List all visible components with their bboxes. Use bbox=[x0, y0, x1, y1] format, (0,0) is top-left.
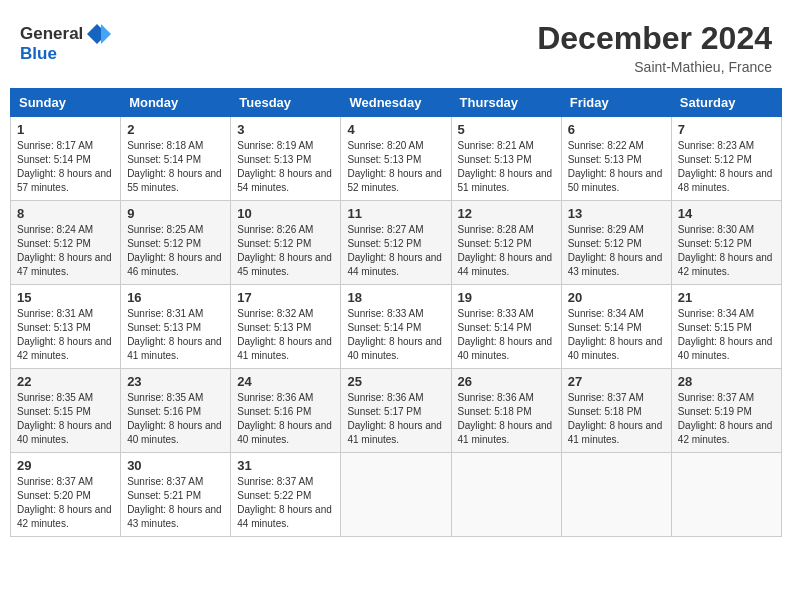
title-block: December 2024 Saint-Mathieu, France bbox=[537, 20, 772, 75]
day-info: Sunrise: 8:37 AM Sunset: 5:21 PM Dayligh… bbox=[127, 475, 224, 531]
day-number: 23 bbox=[127, 374, 224, 389]
day-info: Sunrise: 8:26 AM Sunset: 5:12 PM Dayligh… bbox=[237, 223, 334, 279]
day-number: 17 bbox=[237, 290, 334, 305]
day-number: 15 bbox=[17, 290, 114, 305]
calendar-cell: 6 Sunrise: 8:22 AM Sunset: 5:13 PM Dayli… bbox=[561, 117, 671, 201]
logo-text: General Blue bbox=[20, 20, 111, 64]
header-saturday: Saturday bbox=[671, 89, 781, 117]
calendar-cell: 12 Sunrise: 8:28 AM Sunset: 5:12 PM Dayl… bbox=[451, 201, 561, 285]
day-number: 24 bbox=[237, 374, 334, 389]
location: Saint-Mathieu, France bbox=[537, 59, 772, 75]
calendar-cell: 19 Sunrise: 8:33 AM Sunset: 5:14 PM Dayl… bbox=[451, 285, 561, 369]
day-info: Sunrise: 8:36 AM Sunset: 5:17 PM Dayligh… bbox=[347, 391, 444, 447]
day-number: 8 bbox=[17, 206, 114, 221]
calendar-week-5: 29 Sunrise: 8:37 AM Sunset: 5:20 PM Dayl… bbox=[11, 453, 782, 537]
calendar-cell bbox=[451, 453, 561, 537]
logo: General Blue bbox=[20, 20, 111, 64]
day-info: Sunrise: 8:27 AM Sunset: 5:12 PM Dayligh… bbox=[347, 223, 444, 279]
header-tuesday: Tuesday bbox=[231, 89, 341, 117]
day-info: Sunrise: 8:36 AM Sunset: 5:18 PM Dayligh… bbox=[458, 391, 555, 447]
calendar-cell: 7 Sunrise: 8:23 AM Sunset: 5:12 PM Dayli… bbox=[671, 117, 781, 201]
header-friday: Friday bbox=[561, 89, 671, 117]
calendar-cell: 17 Sunrise: 8:32 AM Sunset: 5:13 PM Dayl… bbox=[231, 285, 341, 369]
header-wednesday: Wednesday bbox=[341, 89, 451, 117]
day-info: Sunrise: 8:18 AM Sunset: 5:14 PM Dayligh… bbox=[127, 139, 224, 195]
calendar-cell: 4 Sunrise: 8:20 AM Sunset: 5:13 PM Dayli… bbox=[341, 117, 451, 201]
calendar-cell: 30 Sunrise: 8:37 AM Sunset: 5:21 PM Dayl… bbox=[121, 453, 231, 537]
day-number: 16 bbox=[127, 290, 224, 305]
calendar-cell: 20 Sunrise: 8:34 AM Sunset: 5:14 PM Dayl… bbox=[561, 285, 671, 369]
day-number: 27 bbox=[568, 374, 665, 389]
day-info: Sunrise: 8:30 AM Sunset: 5:12 PM Dayligh… bbox=[678, 223, 775, 279]
day-info: Sunrise: 8:28 AM Sunset: 5:12 PM Dayligh… bbox=[458, 223, 555, 279]
calendar-cell: 25 Sunrise: 8:36 AM Sunset: 5:17 PM Dayl… bbox=[341, 369, 451, 453]
day-info: Sunrise: 8:34 AM Sunset: 5:15 PM Dayligh… bbox=[678, 307, 775, 363]
calendar-cell: 2 Sunrise: 8:18 AM Sunset: 5:14 PM Dayli… bbox=[121, 117, 231, 201]
day-info: Sunrise: 8:37 AM Sunset: 5:18 PM Dayligh… bbox=[568, 391, 665, 447]
calendar-table: SundayMondayTuesdayWednesdayThursdayFrid… bbox=[10, 88, 782, 537]
day-info: Sunrise: 8:19 AM Sunset: 5:13 PM Dayligh… bbox=[237, 139, 334, 195]
calendar-cell: 22 Sunrise: 8:35 AM Sunset: 5:15 PM Dayl… bbox=[11, 369, 121, 453]
header-sunday: Sunday bbox=[11, 89, 121, 117]
calendar-cell: 1 Sunrise: 8:17 AM Sunset: 5:14 PM Dayli… bbox=[11, 117, 121, 201]
day-number: 19 bbox=[458, 290, 555, 305]
day-info: Sunrise: 8:35 AM Sunset: 5:15 PM Dayligh… bbox=[17, 391, 114, 447]
day-number: 28 bbox=[678, 374, 775, 389]
day-info: Sunrise: 8:32 AM Sunset: 5:13 PM Dayligh… bbox=[237, 307, 334, 363]
page-header: General Blue December 2024 Saint-Mathieu… bbox=[10, 10, 782, 80]
day-number: 26 bbox=[458, 374, 555, 389]
day-info: Sunrise: 8:37 AM Sunset: 5:20 PM Dayligh… bbox=[17, 475, 114, 531]
day-info: Sunrise: 8:21 AM Sunset: 5:13 PM Dayligh… bbox=[458, 139, 555, 195]
month-title: December 2024 bbox=[537, 20, 772, 57]
day-info: Sunrise: 8:37 AM Sunset: 5:22 PM Dayligh… bbox=[237, 475, 334, 531]
day-info: Sunrise: 8:29 AM Sunset: 5:12 PM Dayligh… bbox=[568, 223, 665, 279]
calendar-cell: 28 Sunrise: 8:37 AM Sunset: 5:19 PM Dayl… bbox=[671, 369, 781, 453]
calendar-cell: 10 Sunrise: 8:26 AM Sunset: 5:12 PM Dayl… bbox=[231, 201, 341, 285]
day-number: 7 bbox=[678, 122, 775, 137]
day-info: Sunrise: 8:24 AM Sunset: 5:12 PM Dayligh… bbox=[17, 223, 114, 279]
calendar-cell: 23 Sunrise: 8:35 AM Sunset: 5:16 PM Dayl… bbox=[121, 369, 231, 453]
day-number: 31 bbox=[237, 458, 334, 473]
calendar-cell: 18 Sunrise: 8:33 AM Sunset: 5:14 PM Dayl… bbox=[341, 285, 451, 369]
day-number: 18 bbox=[347, 290, 444, 305]
day-number: 20 bbox=[568, 290, 665, 305]
calendar-cell bbox=[341, 453, 451, 537]
day-number: 1 bbox=[17, 122, 114, 137]
day-number: 14 bbox=[678, 206, 775, 221]
day-number: 2 bbox=[127, 122, 224, 137]
day-number: 4 bbox=[347, 122, 444, 137]
day-number: 6 bbox=[568, 122, 665, 137]
day-info: Sunrise: 8:23 AM Sunset: 5:12 PM Dayligh… bbox=[678, 139, 775, 195]
calendar-cell: 29 Sunrise: 8:37 AM Sunset: 5:20 PM Dayl… bbox=[11, 453, 121, 537]
calendar-cell: 5 Sunrise: 8:21 AM Sunset: 5:13 PM Dayli… bbox=[451, 117, 561, 201]
day-info: Sunrise: 8:31 AM Sunset: 5:13 PM Dayligh… bbox=[127, 307, 224, 363]
logo-general: General bbox=[20, 24, 83, 44]
day-info: Sunrise: 8:33 AM Sunset: 5:14 PM Dayligh… bbox=[347, 307, 444, 363]
day-number: 12 bbox=[458, 206, 555, 221]
day-number: 11 bbox=[347, 206, 444, 221]
day-info: Sunrise: 8:36 AM Sunset: 5:16 PM Dayligh… bbox=[237, 391, 334, 447]
header-thursday: Thursday bbox=[451, 89, 561, 117]
calendar-cell: 21 Sunrise: 8:34 AM Sunset: 5:15 PM Dayl… bbox=[671, 285, 781, 369]
day-info: Sunrise: 8:22 AM Sunset: 5:13 PM Dayligh… bbox=[568, 139, 665, 195]
day-info: Sunrise: 8:33 AM Sunset: 5:14 PM Dayligh… bbox=[458, 307, 555, 363]
day-info: Sunrise: 8:20 AM Sunset: 5:13 PM Dayligh… bbox=[347, 139, 444, 195]
day-number: 3 bbox=[237, 122, 334, 137]
calendar-cell: 14 Sunrise: 8:30 AM Sunset: 5:12 PM Dayl… bbox=[671, 201, 781, 285]
calendar-header-row: SundayMondayTuesdayWednesdayThursdayFrid… bbox=[11, 89, 782, 117]
calendar-cell: 3 Sunrise: 8:19 AM Sunset: 5:13 PM Dayli… bbox=[231, 117, 341, 201]
day-info: Sunrise: 8:31 AM Sunset: 5:13 PM Dayligh… bbox=[17, 307, 114, 363]
calendar-cell: 13 Sunrise: 8:29 AM Sunset: 5:12 PM Dayl… bbox=[561, 201, 671, 285]
day-info: Sunrise: 8:35 AM Sunset: 5:16 PM Dayligh… bbox=[127, 391, 224, 447]
calendar-week-4: 22 Sunrise: 8:35 AM Sunset: 5:15 PM Dayl… bbox=[11, 369, 782, 453]
day-number: 9 bbox=[127, 206, 224, 221]
calendar-cell: 15 Sunrise: 8:31 AM Sunset: 5:13 PM Dayl… bbox=[11, 285, 121, 369]
day-info: Sunrise: 8:25 AM Sunset: 5:12 PM Dayligh… bbox=[127, 223, 224, 279]
calendar-cell: 9 Sunrise: 8:25 AM Sunset: 5:12 PM Dayli… bbox=[121, 201, 231, 285]
svg-marker-1 bbox=[101, 24, 111, 44]
calendar-cell: 11 Sunrise: 8:27 AM Sunset: 5:12 PM Dayl… bbox=[341, 201, 451, 285]
day-number: 21 bbox=[678, 290, 775, 305]
calendar-cell: 16 Sunrise: 8:31 AM Sunset: 5:13 PM Dayl… bbox=[121, 285, 231, 369]
calendar-cell bbox=[561, 453, 671, 537]
calendar-cell: 27 Sunrise: 8:37 AM Sunset: 5:18 PM Dayl… bbox=[561, 369, 671, 453]
